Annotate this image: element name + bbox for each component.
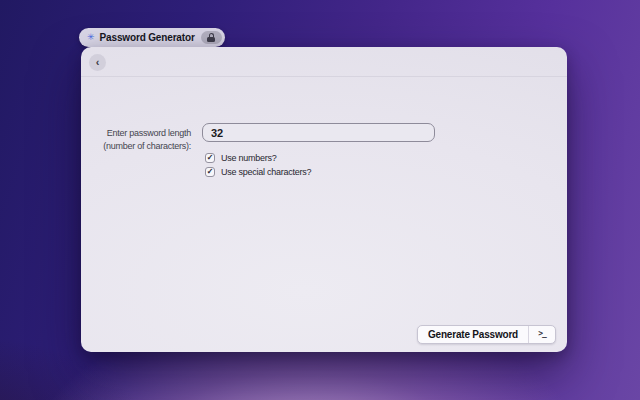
use-numbers-row[interactable]: ✓ Use numbers? (205, 153, 277, 163)
window-header: ‹ (81, 47, 567, 77)
password-length-label-line1: Enter password length (87, 127, 191, 140)
use-special-characters-row[interactable]: ✓ Use special characters? (205, 167, 311, 177)
window-content: Enter password length (number of charact… (81, 77, 567, 351)
lock-badge (201, 31, 222, 44)
generate-password-button[interactable]: Generate Password >_ (417, 325, 556, 344)
back-button[interactable]: ‹ (89, 54, 106, 71)
app-tab[interactable]: ✳ Password Generator (79, 28, 225, 47)
use-numbers-label: Use numbers? (221, 153, 277, 163)
checkmark-icon: ✓ (207, 168, 214, 176)
use-special-characters-label: Use special characters? (221, 167, 311, 177)
asterisk-app-icon: ✳ (87, 33, 95, 42)
use-special-characters-checkbox[interactable]: ✓ (205, 167, 215, 177)
desktop: { "background": { "gradient_top_left": "… (0, 0, 640, 400)
use-numbers-checkbox[interactable]: ✓ (205, 153, 215, 163)
password-length-label: Enter password length (number of charact… (87, 127, 191, 153)
checkmark-icon: ✓ (207, 154, 214, 162)
terminal-prompt-icon: >_ (529, 326, 555, 343)
password-length-input[interactable] (202, 123, 435, 142)
password-generator-window: ‹ Enter password length (number of chara… (81, 47, 567, 352)
tab-title: Password Generator (100, 32, 195, 43)
password-length-label-line2: (number of characters): (87, 140, 191, 153)
generate-password-label: Generate Password (418, 326, 528, 343)
